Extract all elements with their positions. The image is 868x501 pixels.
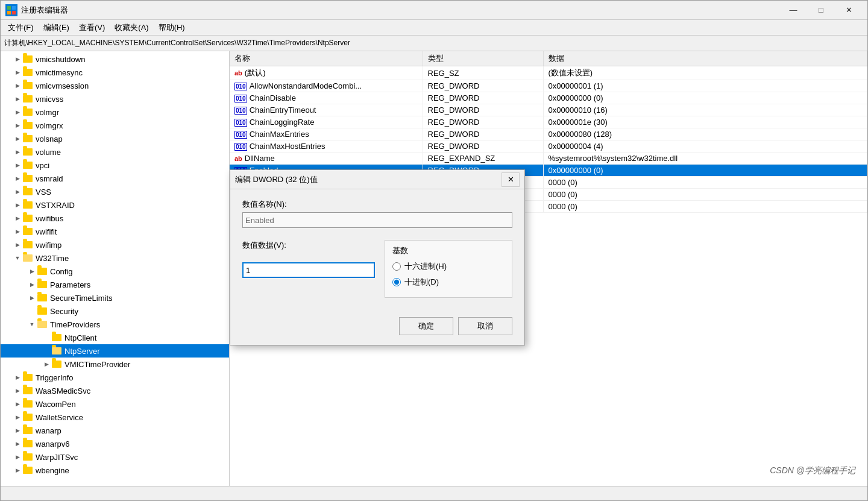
folder-icon (22, 54, 33, 65)
expand-icon: ▶ (13, 107, 22, 117)
tree-item-volmgr[interactable]: ▶ volmgr (1, 106, 229, 119)
radio-dec-label[interactable]: 十进制(D) (392, 277, 505, 288)
tree-item-vmicshutdown[interactable]: ▶ vmicshutdown (1, 52, 229, 66)
tree-item-parameters[interactable]: ▶ Parameters (1, 278, 229, 291)
tree-label: vwififlt (36, 227, 57, 236)
tree-item-vmicvss[interactable]: ▶ vmicvss (1, 92, 229, 106)
edit-dword-dialog: 编辑 DWORD (32 位)值 ✕ 数值名称(N): 数值数据(V): 基数 … (230, 169, 525, 345)
table-row[interactable]: 010ChainEntryTimeout REG_DWORD 0x0000001… (230, 104, 867, 116)
tree-item-wbengine[interactable]: ▶ wbengine (1, 464, 229, 477)
tree-item-wanarp[interactable]: ▶ wanarp (1, 424, 229, 437)
tree-item-vsmraid[interactable]: ▶ vsmraid (1, 172, 229, 185)
folder-icon (51, 332, 62, 343)
tree-item-vmictimesync[interactable]: ▶ vmictimesync (1, 66, 229, 79)
tree-item-ntpserver[interactable]: NtpServer (1, 344, 229, 358)
table-row[interactable]: 010AllowNonstandardModeCombi... REG_DWOR… (230, 80, 867, 92)
menu-help[interactable]: 帮助(H) (154, 21, 190, 34)
reg-type: REG_DWORD (423, 140, 543, 153)
tree-item-timeproviders[interactable]: ▼ TimeProviders (1, 318, 229, 331)
tree-item-vwifibus[interactable]: ▶ vwifibus (1, 212, 229, 225)
reg-data: 0x00000000 (0) (543, 165, 867, 177)
tree-item-volsnap[interactable]: ▶ volsnap (1, 132, 229, 145)
folder-icon (22, 412, 33, 423)
tree-item-vpci[interactable]: ▶ vpci (1, 159, 229, 172)
tree-label: NtpClient (64, 333, 96, 342)
close-button[interactable]: ✕ (835, 1, 863, 20)
tree-item-volume[interactable]: ▶ volume (1, 145, 229, 159)
dialog-close-button[interactable]: ✕ (502, 172, 520, 187)
tree-item-vss[interactable]: ▶ VSS (1, 185, 229, 198)
tree-label: WarpJITSvc (36, 453, 78, 462)
expand-icon: ▶ (13, 465, 22, 475)
radio-dec-input[interactable] (392, 278, 401, 286)
tree-item-warpjitsvc[interactable]: ▶ WarpJITSvc (1, 450, 229, 464)
reg-name: 010ChainEntryTimeout (230, 104, 423, 116)
tree-item-securetimelimits[interactable]: ▶ SecureTimeLimits (1, 291, 229, 304)
folder-icon (22, 226, 33, 237)
reg-type: REG_DWORD (423, 128, 543, 140)
table-row[interactable]: 010ChainDisable REG_DWORD 0x00000000 (0) (230, 92, 867, 104)
menu-favorites[interactable]: 收藏夹(A) (110, 21, 153, 34)
dialog-ok-button[interactable]: 确定 (399, 317, 453, 335)
svg-rect-2 (7, 11, 11, 14)
radio-hex-input[interactable] (392, 262, 401, 271)
tree-item-volmgrx[interactable]: ▶ volmgrx (1, 119, 229, 132)
tree-item-vstxraid[interactable]: ▶ VSTXRAID (1, 198, 229, 212)
expand-icon (42, 346, 51, 356)
tree-item-security[interactable]: Security (1, 304, 229, 318)
registry-tree: ▶ vmicshutdown ▶ vmictimesync ▶ vmicvmse… (1, 51, 230, 486)
folder-icon (22, 253, 33, 263)
tree-label: vwifibus (36, 214, 63, 223)
window-controls: — □ ✕ (779, 1, 863, 20)
tree-label: WaaSMedicSvc (36, 386, 90, 395)
folder-icon (51, 359, 62, 370)
col-header-name: 名称 (230, 51, 423, 66)
tree-item-ntpclient[interactable]: NtpClient (1, 331, 229, 344)
reg-data: 0x00000004 (4) (543, 140, 867, 153)
tree-label: WacomPen (36, 400, 76, 409)
dialog-name-input[interactable] (242, 212, 512, 228)
reg-name: 010ChainDisable (230, 92, 423, 104)
tree-item-config[interactable]: ▶ Config (1, 265, 229, 278)
radio-hex-label[interactable]: 十六进制(H) (392, 261, 505, 272)
reg-name: 010ChainLoggingRate (230, 116, 423, 128)
table-row[interactable]: 010ChainMaxEntries REG_DWORD 0x00000080 … (230, 128, 867, 140)
minimize-button[interactable]: — (779, 1, 807, 20)
tree-item-vwifimp[interactable]: ▶ vwifimp (1, 238, 229, 251)
tree-label: vwifimp (36, 241, 61, 250)
tree-item-wanarpv6[interactable]: ▶ wanarpv6 (1, 437, 229, 450)
tree-item-waasmedicsvc[interactable]: ▶ WaaSMedicSvc (1, 384, 229, 397)
tree-item-vwififlt[interactable]: ▶ vwififlt (1, 225, 229, 238)
col-header-type: 类型 (423, 51, 543, 66)
tree-item-wacompen[interactable]: ▶ WacomPen (1, 397, 229, 411)
menu-view[interactable]: 查看(V) (74, 21, 110, 34)
expand-icon: ▶ (13, 81, 22, 90)
menu-file[interactable]: 文件(F) (3, 21, 39, 34)
app-icon (5, 4, 17, 16)
maximize-button[interactable]: □ (807, 1, 835, 20)
table-row[interactable]: 010ChainMaxHostEntries REG_DWORD 0x00000… (230, 140, 867, 153)
dialog-body: 数值名称(N): 数值数据(V): 基数 十六进制(H) 十进制( (230, 189, 524, 345)
folder-icon (22, 200, 33, 210)
tree-label: vmicvss (36, 95, 63, 104)
tree-label: TimeProviders (50, 320, 100, 329)
expand-icon: ▼ (13, 253, 22, 263)
dialog-value-input[interactable] (242, 262, 375, 278)
table-row[interactable]: 010ChainLoggingRate REG_DWORD 0x0000001e… (230, 116, 867, 128)
table-row[interactable]: ab(默认) REG_SZ (数值未设置) (230, 66, 867, 80)
folder-icon (37, 266, 48, 277)
tree-item-w32time[interactable]: ▼ W32Time (1, 251, 229, 265)
menu-edit[interactable]: 编辑(E) (39, 21, 74, 34)
tree-item-vmictimeprovider[interactable]: ▶ VMICTimeProvider (1, 358, 229, 371)
tree-item-walletservice[interactable]: ▶ WalletService (1, 411, 229, 424)
expand-icon: ▶ (42, 359, 51, 369)
reg-name: 010AllowNonstandardModeCombi... (230, 80, 423, 92)
reg-name: 010ChainMaxHostEntries (230, 140, 423, 153)
expand-icon: ▶ (13, 227, 22, 236)
tree-item-triggerinfo[interactable]: ▶ TriggerInfo (1, 371, 229, 384)
dialog-cancel-button[interactable]: 取消 (458, 317, 512, 335)
table-row[interactable]: abDllName REG_EXPAND_SZ %systemroot%\sys… (230, 153, 867, 165)
reg-data: %systemroot%\system32\w32time.dll (543, 153, 867, 165)
address-bar: 计算机\HKEY_LOCAL_MACHINE\SYSTEM\CurrentCon… (1, 36, 867, 51)
tree-item-vmicvmsession[interactable]: ▶ vmicvmsession (1, 79, 229, 92)
